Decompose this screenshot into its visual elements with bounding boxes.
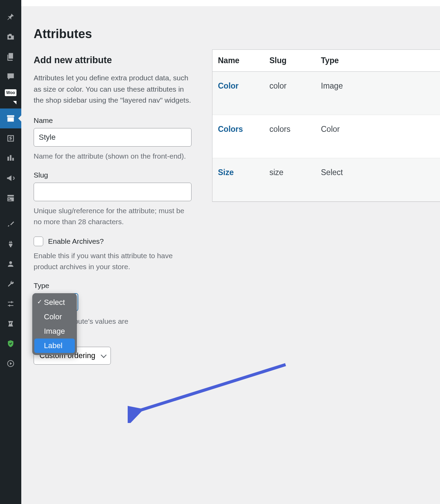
sidebar-item-woocommerce[interactable]: Woo <box>0 87 21 108</box>
attr-type: Image <box>315 72 440 115</box>
type-dropdown: Select Color Image Label <box>32 293 77 355</box>
sidebar-item-analytics[interactable] <box>0 148 21 168</box>
form-icon <box>6 193 15 203</box>
dollar-icon <box>6 134 15 143</box>
archives-help: Enable this if you want this attribute t… <box>34 250 192 272</box>
slug-help: Unique slug/reference for the attribute;… <box>34 205 192 227</box>
type-option-color[interactable]: Color <box>34 310 75 324</box>
brush-icon <box>7 220 15 228</box>
archives-checkbox[interactable] <box>34 237 43 246</box>
sidebar-item-media[interactable] <box>0 27 21 47</box>
sidebar-item-collapse[interactable] <box>0 354 21 374</box>
sidebar-item-users[interactable] <box>0 254 21 274</box>
type-option-image[interactable]: Image <box>34 324 75 339</box>
archives-label: Enable Archives? <box>48 237 104 245</box>
sidebar-item-marketing[interactable] <box>0 168 21 188</box>
annotation-arrow <box>128 361 292 423</box>
camera-icon <box>6 32 15 42</box>
th-slug: Slug <box>264 50 315 71</box>
type-option-select[interactable]: Select <box>34 295 75 310</box>
sidebar-item-seo[interactable] <box>0 314 21 334</box>
megaphone-icon <box>6 173 15 183</box>
th-type: Type <box>315 50 440 71</box>
attr-name-link[interactable]: Color <box>212 72 264 115</box>
sidebar-item-security[interactable] <box>0 334 21 354</box>
shield-icon <box>7 340 15 348</box>
table-row: Colors colors Color <box>212 115 440 158</box>
attr-slug: color <box>264 72 315 115</box>
attr-slug: colors <box>264 115 315 158</box>
woo-icon: Woo <box>5 89 16 96</box>
bar-chart-icon <box>6 153 15 163</box>
name-help: Name for the attribute (shown on the fro… <box>34 151 192 162</box>
sidebar-item-products[interactable] <box>0 108 21 128</box>
main-content: Attributes Add new attribute Attributes … <box>21 0 440 504</box>
sidebar-item-settings[interactable] <box>0 294 21 314</box>
table-row: Color color Image <box>212 72 440 115</box>
wrench-icon <box>7 280 15 288</box>
page-title: Attributes <box>34 27 192 41</box>
pages-icon <box>6 52 15 61</box>
type-option-label[interactable]: Label <box>34 339 75 353</box>
name-input[interactable] <box>34 128 192 147</box>
pin-icon <box>6 12 15 22</box>
sidebar-item-pin[interactable] <box>0 7 21 27</box>
sidebar-item-comments[interactable] <box>0 67 21 87</box>
name-label: Name <box>34 116 192 125</box>
form-description: Attributes let you define extra product … <box>34 72 192 106</box>
sidebar-item-pages[interactable] <box>0 47 21 67</box>
slug-label: Slug <box>34 171 192 179</box>
sidebar-item-tools[interactable] <box>0 274 21 294</box>
attr-type: Select <box>315 158 440 201</box>
sliders-icon <box>7 300 15 308</box>
seo-icon <box>7 320 15 328</box>
th-name: Name <box>212 50 264 71</box>
attr-type: Color <box>315 115 440 158</box>
attr-name-link[interactable]: Size <box>212 158 264 201</box>
table-row: Size size Select <box>212 158 440 202</box>
slug-input[interactable] <box>34 183 192 201</box>
plug-icon <box>7 240 15 248</box>
attr-name-link[interactable]: Colors <box>212 115 264 158</box>
attributes-table: Name Slug Type Color color Image Colors … <box>212 49 440 202</box>
comment-icon <box>6 72 15 81</box>
play-circle-icon <box>7 359 15 368</box>
sidebar-item-forms[interactable] <box>0 188 21 208</box>
sidebar-item-payments[interactable] <box>0 128 21 148</box>
attr-slug: size <box>264 158 315 201</box>
admin-sidebar: Woo <box>0 0 21 504</box>
form-heading: Add new attribute <box>34 55 192 66</box>
type-label: Type <box>34 282 192 290</box>
sidebar-item-plugins[interactable] <box>0 234 21 254</box>
user-icon <box>7 260 15 268</box>
sidebar-item-appearance[interactable] <box>0 214 21 234</box>
archive-icon <box>6 114 15 123</box>
